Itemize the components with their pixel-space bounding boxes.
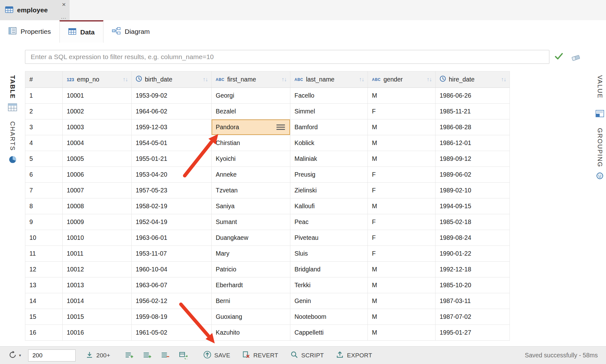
data-cell[interactable]: Tzvetan	[212, 183, 290, 198]
data-cell[interactable]: 10003	[63, 119, 132, 135]
data-cell[interactable]: 1990-01-22	[436, 246, 510, 262]
row-number-cell[interactable]: 15	[25, 309, 63, 325]
data-cell[interactable]: 10014	[63, 293, 132, 309]
row-number-cell[interactable]: 1	[25, 88, 63, 104]
data-cell[interactable]: 1954-05-01	[132, 135, 212, 151]
data-cell[interactable]: 1992-12-18	[436, 262, 510, 277]
pie-chart-icon[interactable]	[9, 155, 17, 165]
revert-button[interactable]: REVERT	[242, 351, 278, 360]
data-cell[interactable]: 1955-01-21	[132, 151, 212, 167]
data-cell[interactable]: M	[368, 88, 436, 104]
data-cell[interactable]: Kazuhito	[212, 325, 290, 341]
data-cell[interactable]: 10005	[63, 151, 132, 167]
data-cell[interactable]: Eberhardt	[212, 277, 290, 293]
row-number-cell[interactable]: 10	[25, 230, 63, 246]
refresh-grid-button[interactable]	[179, 351, 188, 359]
data-cell[interactable]: Sumant	[212, 214, 290, 230]
data-cell[interactable]: 1961-05-02	[132, 325, 212, 341]
data-cell[interactable]: M	[368, 151, 436, 167]
data-cell[interactable]: F	[368, 167, 436, 183]
table-grid-icon[interactable]	[8, 103, 17, 112]
fetch-size-input[interactable]	[28, 349, 76, 361]
delete-row-button[interactable]	[161, 351, 170, 359]
data-cell[interactable]: Bridgland	[290, 262, 368, 277]
data-cell[interactable]: 1953-11-07	[132, 246, 212, 262]
value-panel-icon[interactable]	[596, 110, 604, 118]
data-cell[interactable]: 1987-03-11	[436, 293, 510, 309]
tab-properties[interactable]: Properties	[0, 20, 59, 43]
data-cell[interactable]: 10013	[63, 277, 132, 293]
fetch-more-button[interactable]: 200+	[86, 351, 110, 360]
data-cell[interactable]: 1958-02-19	[132, 198, 212, 214]
data-cell[interactable]: Peac	[290, 214, 368, 230]
panel-tab-grouping[interactable]: GROUPING	[596, 128, 603, 167]
data-cell[interactable]: Chirstian	[212, 135, 290, 151]
data-cell[interactable]: Sluis	[290, 246, 368, 262]
data-cell[interactable]: 1987-07-02	[436, 309, 510, 325]
selected-cell[interactable]: Pandora	[212, 119, 290, 135]
data-cell[interactable]: 1964-06-02	[132, 104, 212, 119]
data-cell[interactable]: 1963-06-07	[132, 277, 212, 293]
row-number-cell[interactable]: 3	[25, 119, 63, 135]
data-cell[interactable]: Bamford	[290, 119, 368, 135]
col-header-last-name[interactable]: ABC last_name ↑↓	[290, 71, 368, 88]
col-header-rownum[interactable]: #	[25, 71, 63, 88]
row-number-cell[interactable]: 7	[25, 183, 63, 198]
data-cell[interactable]: M	[368, 293, 436, 309]
data-cell[interactable]: 1989-09-12	[436, 151, 510, 167]
data-cell[interactable]: Georgi	[212, 88, 290, 104]
data-cell[interactable]: Saniya	[212, 198, 290, 214]
data-cell[interactable]: M	[368, 119, 436, 135]
data-cell[interactable]: 10011	[63, 246, 132, 262]
export-button[interactable]: EXPORT	[336, 351, 372, 360]
data-cell[interactable]: 1995-01-27	[436, 325, 510, 341]
data-cell[interactable]: 1956-02-12	[132, 293, 212, 309]
data-cell[interactable]: M	[368, 325, 436, 341]
data-cell[interactable]: 1985-10-20	[436, 277, 510, 293]
data-cell[interactable]: 10012	[63, 262, 132, 277]
panel-tab-value[interactable]: VALUE	[596, 75, 603, 99]
data-cell[interactable]: F	[368, 246, 436, 262]
col-header-first-name[interactable]: ABC first_name ↑↓	[212, 71, 290, 88]
tab-overflow-icon[interactable]: ...	[61, 14, 66, 20]
data-cell[interactable]: 1959-08-19	[132, 309, 212, 325]
data-cell[interactable]: M	[368, 198, 436, 214]
data-cell[interactable]: 10010	[63, 230, 132, 246]
data-cell[interactable]: M	[368, 135, 436, 151]
data-cell[interactable]: 1986-12-01	[436, 135, 510, 151]
col-header-emp-no[interactable]: 123 emp_no ↑↓	[63, 71, 132, 88]
data-cell[interactable]: Facello	[290, 88, 368, 104]
row-number-cell[interactable]: 8	[25, 198, 63, 214]
data-cell[interactable]: Berni	[212, 293, 290, 309]
data-cell[interactable]: M	[368, 262, 436, 277]
data-cell[interactable]: Simmel	[290, 104, 368, 119]
row-number-cell[interactable]: 16	[25, 325, 63, 341]
grouping-icon[interactable]	[596, 172, 604, 181]
duplicate-row-button[interactable]	[143, 351, 152, 359]
data-cell[interactable]: Koblick	[290, 135, 368, 151]
data-cell[interactable]: 10009	[63, 214, 132, 230]
data-cell[interactable]: F	[368, 104, 436, 119]
col-header-gender[interactable]: ABC gender ↑↓	[368, 71, 436, 88]
data-cell[interactable]: Kyoichi	[212, 151, 290, 167]
tab-diagram[interactable]: Diagram	[103, 20, 158, 43]
panel-tab-table[interactable]: TABLE	[9, 75, 16, 99]
col-header-birth-date[interactable]: birth_date ↑↓	[132, 71, 212, 88]
data-cell[interactable]: Mary	[212, 246, 290, 262]
data-cell[interactable]: 1986-08-28	[436, 119, 510, 135]
script-button[interactable]: SCRIPT	[290, 351, 324, 360]
data-cell[interactable]: Terkki	[290, 277, 368, 293]
row-number-cell[interactable]: 11	[25, 246, 63, 262]
row-number-cell[interactable]: 13	[25, 277, 63, 293]
sql-filter-input[interactable]	[25, 50, 549, 64]
data-cell[interactable]: Bezalel	[212, 104, 290, 119]
data-cell[interactable]: Preusig	[290, 167, 368, 183]
data-cell[interactable]: 1957-05-23	[132, 183, 212, 198]
data-cell[interactable]: 1960-10-04	[132, 262, 212, 277]
data-cell[interactable]: Genin	[290, 293, 368, 309]
data-cell[interactable]: 1953-04-20	[132, 167, 212, 183]
data-cell[interactable]: Zielinski	[290, 183, 368, 198]
data-cell[interactable]: Maliniak	[290, 151, 368, 167]
refresh-control[interactable]: ▾	[8, 350, 21, 361]
cell-menu-icon[interactable]	[276, 124, 285, 130]
